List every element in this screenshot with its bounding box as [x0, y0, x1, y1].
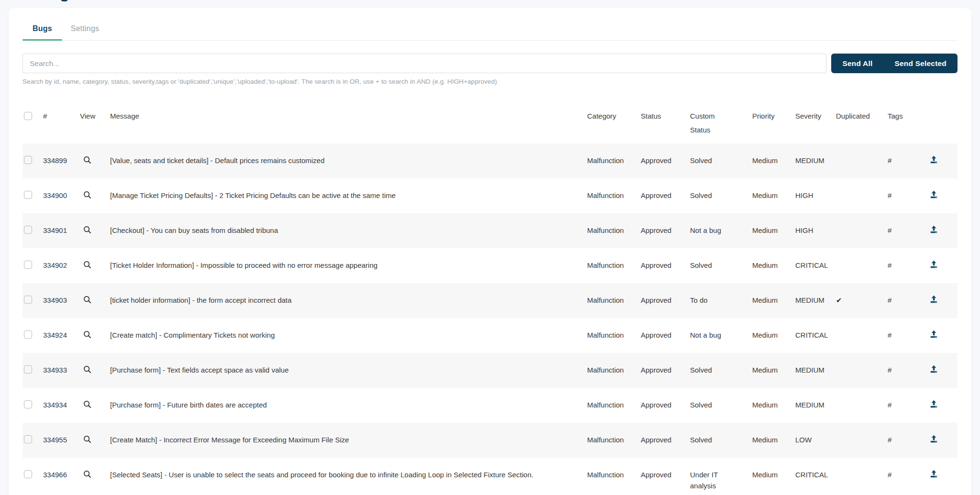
bug-tags: # — [888, 458, 919, 495]
column-header-priority: Priority — [752, 109, 795, 137]
table-row: 334955 [Create Match] - Incorrect Error … — [22, 423, 958, 458]
column-header-custom-status-label: Custom Status — [690, 109, 721, 137]
bug-category: Malfunction — [587, 213, 641, 248]
row-checkbox[interactable] — [24, 191, 32, 199]
column-header-message: Message — [110, 109, 587, 137]
bug-severity: HIGH — [795, 213, 836, 248]
column-header-upload — [919, 109, 958, 137]
bug-id: 334900 — [43, 178, 80, 213]
send-all-button[interactable]: Send All — [831, 54, 883, 73]
bug-tags: # — [888, 353, 919, 388]
select-all-checkbox[interactable] — [24, 112, 32, 120]
bug-status: Approved — [641, 213, 690, 248]
bug-custom-status: Not a bug — [690, 213, 752, 248]
table-row: 334903 [ticket holder information] - the… — [22, 283, 958, 318]
bug-severity: LOW — [795, 423, 836, 458]
bug-tags: # — [888, 178, 919, 213]
table-row: 334902 [Ticket Holder Information] - Imp… — [22, 248, 958, 283]
table-header-row: # View Message Category Status Custom St… — [22, 101, 958, 143]
view-magnifier-icon[interactable] — [83, 261, 91, 272]
upload-icon[interactable] — [930, 330, 938, 341]
bug-category: Malfunction — [587, 388, 641, 423]
bug-message: [Selected Seats] - User is unable to sel… — [110, 458, 587, 495]
view-magnifier-icon[interactable] — [83, 435, 91, 446]
upload-icon[interactable] — [930, 225, 938, 236]
upload-icon[interactable] — [930, 470, 938, 481]
bug-id: 334934 — [43, 388, 80, 423]
bug-priority: Medium — [752, 283, 795, 318]
table-row: 334901 [Checkout] - You can buy seats fr… — [22, 213, 958, 248]
search-hint: Search by id, name, category, status, se… — [22, 78, 958, 85]
table-row: 334934 [Purchase form] - Future birth da… — [22, 388, 958, 423]
row-checkbox[interactable] — [24, 296, 32, 304]
bug-severity: HIGH — [795, 178, 836, 213]
upload-icon[interactable] — [930, 400, 938, 411]
upload-icon[interactable] — [930, 435, 938, 446]
bug-status: Approved — [641, 388, 690, 423]
row-checkbox[interactable] — [24, 226, 32, 234]
row-checkbox[interactable] — [24, 261, 32, 269]
column-header-status: Status — [641, 109, 690, 137]
toolbar: Send All Send Selected — [22, 54, 958, 73]
bug-message: [ticket holder information] - the form a… — [110, 283, 587, 318]
bug-id: 334901 — [43, 213, 80, 248]
bug-duplicated: ✔ — [836, 318, 888, 353]
bug-message: [Value, seats and ticket details] - Defa… — [110, 143, 587, 178]
bug-priority: Medium — [752, 143, 795, 178]
bugs-table: # View Message Category Status Custom St… — [22, 101, 958, 495]
bug-id: 334966 — [43, 458, 80, 495]
bug-severity: MEDIUM — [795, 283, 836, 318]
tab-bugs[interactable]: Bugs — [22, 18, 62, 40]
bug-status: Approved — [641, 318, 690, 353]
bug-custom-status: Solved — [690, 423, 752, 458]
row-checkbox[interactable] — [24, 330, 32, 339]
table-row: 334966 [Selected Seats] - User is unable… — [22, 458, 958, 495]
bug-status: Approved — [641, 423, 690, 458]
send-selected-button[interactable]: Send Selected — [883, 54, 958, 73]
bug-id: 334955 — [43, 423, 80, 458]
upload-icon[interactable] — [930, 155, 938, 166]
view-magnifier-icon[interactable] — [83, 156, 91, 167]
send-buttons: Send All Send Selected — [831, 54, 958, 73]
bug-id: 334933 — [43, 353, 80, 388]
upload-icon[interactable] — [930, 190, 938, 201]
view-magnifier-icon[interactable] — [83, 470, 91, 481]
bug-category: Malfunction — [587, 143, 641, 178]
bug-custom-status: Not a bug — [690, 318, 752, 353]
duplicated-check-icon: ✔ — [836, 296, 842, 304]
bug-custom-status: Solved — [690, 248, 752, 283]
row-checkbox[interactable] — [24, 470, 32, 478]
bug-severity: CRITICAL — [795, 248, 836, 283]
view-magnifier-icon[interactable] — [83, 296, 91, 307]
bug-category: Malfunction — [587, 423, 641, 458]
view-magnifier-icon[interactable] — [83, 400, 91, 411]
bug-message: [Checkout] - You can buy seats from disa… — [110, 213, 587, 248]
bug-status: Approved — [641, 143, 690, 178]
view-magnifier-icon[interactable] — [83, 226, 91, 237]
bug-message: [Ticket Holder Information] - Impossible… — [110, 248, 587, 283]
upload-icon[interactable] — [930, 295, 938, 306]
row-checkbox[interactable] — [24, 156, 32, 164]
bug-custom-status: Solved — [690, 353, 752, 388]
view-magnifier-icon[interactable] — [83, 365, 91, 376]
column-header-id: # — [43, 109, 80, 137]
bug-duplicated: ✔ — [836, 353, 888, 388]
row-checkbox[interactable] — [24, 365, 32, 374]
row-checkbox[interactable] — [24, 400, 32, 408]
tab-settings[interactable]: Settings — [70, 18, 100, 40]
bug-severity: MEDIUM — [795, 353, 836, 388]
upload-icon[interactable] — [930, 260, 938, 271]
bug-duplicated: ✔ — [836, 423, 888, 458]
bug-priority: Medium — [752, 248, 795, 283]
search-input[interactable] — [22, 54, 826, 73]
bug-message: [Purchase form] - Future birth dates are… — [110, 388, 587, 423]
tab-bar: Bugs Settings — [22, 18, 958, 41]
bug-status: Approved — [641, 248, 690, 283]
bug-message: [Manage Ticket Pricing Defaults] - 2 Tic… — [110, 178, 587, 213]
upload-icon[interactable] — [930, 365, 938, 376]
bug-id: 334902 — [43, 248, 80, 283]
column-header-category: Category — [587, 109, 641, 137]
view-magnifier-icon[interactable] — [83, 191, 91, 202]
row-checkbox[interactable] — [24, 435, 32, 443]
view-magnifier-icon[interactable] — [83, 330, 91, 341]
